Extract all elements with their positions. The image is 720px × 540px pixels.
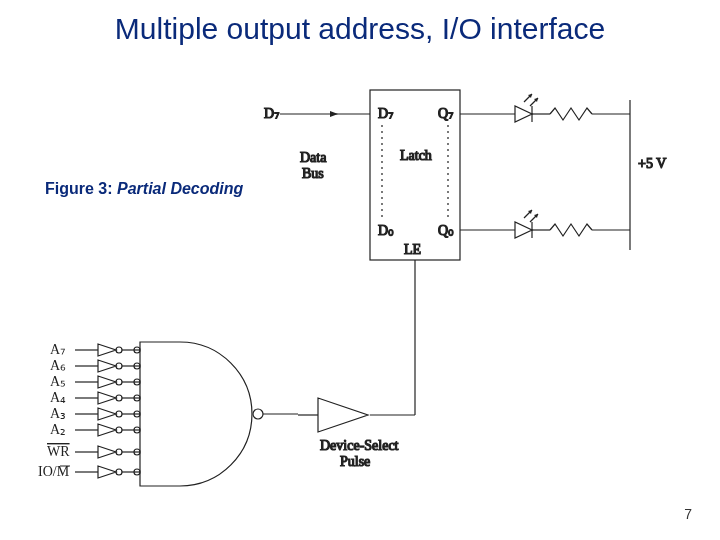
svg-marker-25 xyxy=(98,344,116,356)
latch-label: Latch xyxy=(400,148,432,163)
addr-a5: A₅ xyxy=(50,374,66,389)
resistor-icon xyxy=(550,108,592,120)
pin-d7-external: D₇ xyxy=(264,106,280,121)
slide-title: Multiple output address, I/O interface xyxy=(0,12,720,46)
addr-a4: A₄ xyxy=(50,390,66,405)
device-select-label-2: Pulse xyxy=(340,454,370,469)
page-number: 7 xyxy=(684,506,692,522)
svg-marker-33 xyxy=(98,376,116,388)
addr-a6: A₆ xyxy=(50,358,66,373)
circuit-diagram: Latch D₇ Q₇ D₀ Q₀ LE D₇ Data Bus xyxy=(20,70,700,500)
svg-marker-49 xyxy=(98,446,116,458)
resistor-icon xyxy=(550,224,592,236)
addr-a7: A₇ xyxy=(50,342,66,357)
led-icon xyxy=(515,106,532,122)
device-select-label-1: Device-Select xyxy=(320,438,399,453)
data-bus-label-2: Bus xyxy=(302,166,324,181)
pin-d0-internal: D₀ xyxy=(378,223,394,238)
pin-le-internal: LE xyxy=(404,242,421,257)
pin-d7-internal: D₇ xyxy=(378,106,394,121)
svg-marker-41 xyxy=(98,408,116,420)
data-bus-label-1: Data xyxy=(300,150,327,165)
addr-wr: WR xyxy=(47,444,70,459)
svg-marker-53 xyxy=(98,466,116,478)
svg-marker-45 xyxy=(98,424,116,436)
inversion-bubble-icon xyxy=(253,409,263,419)
svg-marker-37 xyxy=(98,392,116,404)
arrow-icon xyxy=(330,111,338,117)
pin-q7-internal: Q₇ xyxy=(438,106,454,121)
pin-q0-internal: Q₀ xyxy=(438,223,454,238)
voltage-label: +5 V xyxy=(638,156,666,171)
buffer-icon xyxy=(318,398,368,432)
address-inputs xyxy=(75,344,140,478)
addr-a2: A₂ xyxy=(50,422,66,437)
svg-marker-29 xyxy=(98,360,116,372)
led-icon xyxy=(515,222,532,238)
nand-gate-icon xyxy=(140,342,252,486)
addr-a3: A₃ xyxy=(50,406,66,421)
